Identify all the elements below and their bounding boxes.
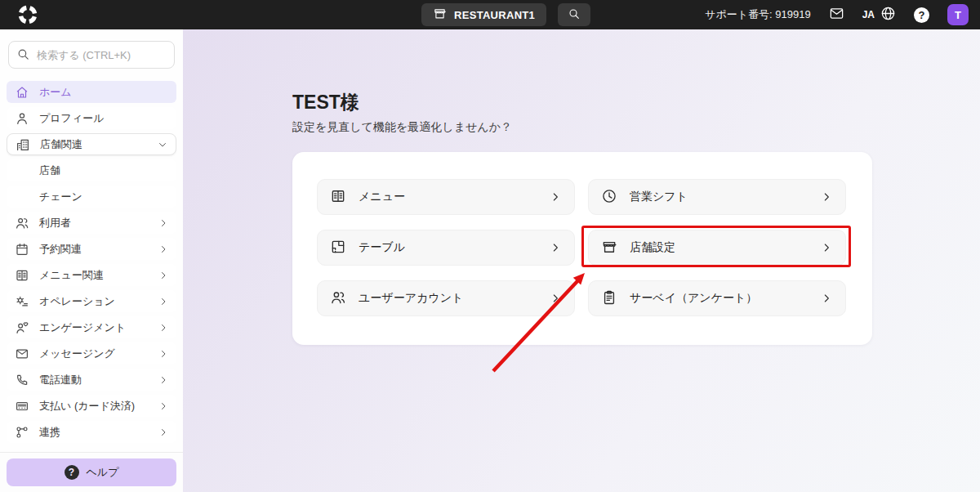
floorplan-icon <box>330 239 346 257</box>
chevron-right-icon <box>158 374 169 386</box>
chevron-right-icon <box>158 427 169 438</box>
users-icon <box>330 289 346 308</box>
home-icon <box>14 85 30 100</box>
mail-icon <box>829 6 844 24</box>
tile-survey[interactable]: サーベイ（アンケート） <box>588 280 846 316</box>
app-logo-icon[interactable] <box>16 3 39 26</box>
sidebar-item-store-related[interactable]: 店舗関連 <box>7 133 176 155</box>
menu-book-icon <box>14 268 30 283</box>
help-button-topbar[interactable]: ? <box>914 7 929 23</box>
app-root: { "topbar": { "restaurant_label": "RESTA… <box>0 0 980 492</box>
topbar: RESTAURANT1 サポート番号: 919919 JA <box>0 0 980 29</box>
integration-icon <box>14 425 30 440</box>
cash-register-icon <box>14 399 30 414</box>
sidebar-item-users[interactable]: 利用者 <box>7 212 176 234</box>
phone-icon <box>14 373 30 387</box>
chevron-down-icon <box>157 139 168 150</box>
menu-book-icon <box>330 188 346 207</box>
chevron-right-icon <box>549 241 562 254</box>
sidebar-footer: ? ヘルプ <box>0 452 183 492</box>
chevron-right-icon <box>549 190 562 204</box>
topbar-center: RESTAURANT1 <box>421 3 590 26</box>
chevron-right-icon <box>549 292 562 305</box>
help-label: ヘルプ <box>87 465 119 480</box>
chevron-right-icon <box>158 322 169 333</box>
mail-icon <box>14 347 30 361</box>
tile-business-shift[interactable]: 営業シフト <box>588 179 846 215</box>
avatar[interactable]: T <box>947 4 969 25</box>
main-content: TEST様 設定を見直して機能を最適化しませんか？ メニュー <box>183 29 980 492</box>
person-heart-icon <box>14 320 30 335</box>
sidebar-item-operations[interactable]: オペレーション <box>7 290 176 312</box>
building-icon <box>15 137 31 152</box>
sidebar-item-integrations[interactable]: 連携 <box>7 421 176 443</box>
chevron-right-icon <box>158 400 169 412</box>
search-input[interactable] <box>8 41 175 69</box>
storefront-icon <box>433 7 447 23</box>
storefront-icon <box>601 239 617 257</box>
chevron-right-icon <box>158 270 169 281</box>
page-subtitle: 設定を見直して機能を最適化しませんか？ <box>292 120 512 135</box>
language-code: JA <box>862 9 875 20</box>
quick-settings-card: メニュー 営業シフト <box>292 152 872 345</box>
sidebar-item-profile[interactable]: プロフィール <box>7 107 176 129</box>
sidebar-item-home[interactable]: ホーム <box>7 81 176 103</box>
clipboard-icon <box>601 289 617 308</box>
page-title: TEST様 <box>292 90 359 115</box>
calendar-icon <box>14 242 30 257</box>
clock-icon <box>601 188 617 207</box>
question-icon: ? <box>65 465 79 480</box>
sidebar-item-reservations[interactable]: 予約関連 <box>7 238 176 260</box>
support-number: サポート番号: 919919 <box>705 7 811 22</box>
quick-settings-grid: メニュー 営業シフト <box>317 179 848 316</box>
restaurant-name: RESTAURANT1 <box>454 9 535 21</box>
restaurant-selector-button[interactable]: RESTAURANT1 <box>421 3 546 26</box>
language-selector[interactable]: JA <box>862 6 896 24</box>
sidebar-item-chain[interactable]: チェーン <box>7 186 176 208</box>
chevron-right-icon <box>820 292 833 305</box>
users-icon <box>14 216 30 230</box>
chevron-right-icon <box>158 348 169 360</box>
chevron-right-icon <box>158 244 169 255</box>
help-button[interactable]: ? ヘルプ <box>7 458 176 486</box>
sidebar-item-payments[interactable]: 支払い (カード決済) <box>7 395 176 417</box>
sidebar-nav: ホーム プロフィール 店舗関連 店舗 <box>0 81 183 443</box>
tile-user-accounts[interactable]: ユーザーアカウント <box>317 280 575 316</box>
search-icon <box>568 7 581 23</box>
globe-icon <box>880 6 896 24</box>
sidebar-item-phone[interactable]: 電話連動 <box>7 369 176 391</box>
search-icon <box>16 47 30 65</box>
sidebar-item-engagement[interactable]: エンゲージメント <box>7 316 176 338</box>
sidebar-search <box>8 41 175 69</box>
chevron-right-icon <box>158 296 169 307</box>
chevron-right-icon <box>158 217 169 229</box>
sidebar-item-store[interactable]: 店舗 <box>7 159 176 181</box>
sidebar: ホーム プロフィール 店舗関連 店舗 <box>0 29 183 492</box>
topbar-search-button[interactable] <box>558 3 590 26</box>
tile-table[interactable]: テーブル <box>317 230 575 266</box>
question-icon: ? <box>914 7 929 23</box>
sidebar-item-menu-related[interactable]: メニュー関連 <box>7 264 176 286</box>
chevron-right-icon <box>820 190 833 204</box>
user-icon <box>14 111 30 126</box>
tile-menu[interactable]: メニュー <box>317 179 575 215</box>
topbar-right: サポート番号: 919919 JA ? T <box>705 0 969 29</box>
gear-list-icon <box>14 294 30 309</box>
tile-store-settings[interactable]: 店舗設定 <box>588 230 846 266</box>
messages-button[interactable] <box>829 6 844 24</box>
sidebar-item-messaging[interactable]: メッセージング <box>7 342 176 365</box>
chevron-right-icon <box>820 241 833 254</box>
